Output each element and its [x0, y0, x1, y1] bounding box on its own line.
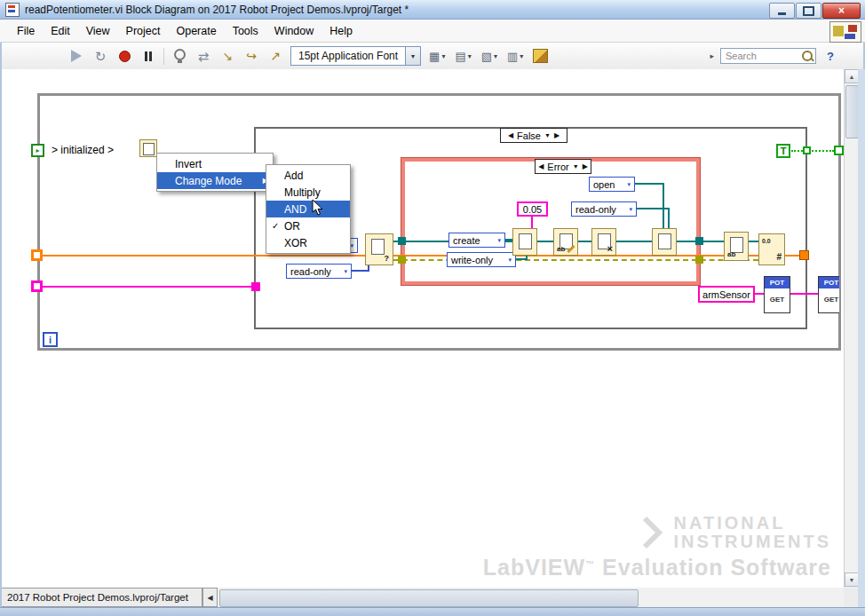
menu-item-and[interactable]: AND: [266, 201, 350, 217]
error-tunnel-left[interactable]: [398, 256, 406, 264]
enum-read-only-left[interactable]: read-only▾: [286, 264, 352, 279]
orange-numeric-wire[interactable]: [43, 255, 799, 257]
case-dropdown-icon[interactable]: ▼: [544, 132, 551, 138]
block-diagram-canvas[interactable]: NATIONAL INSTRUMENTS LabVIEW™ Evaluation…: [2, 69, 844, 588]
menu-item-invert[interactable]: Invert: [157, 155, 273, 172]
vertical-scrollbar[interactable]: ▲ ▼: [844, 69, 858, 588]
pink-wire-sensor-to-pot[interactable]: [755, 293, 764, 295]
menu-item-change-mode[interactable]: Change Mode ▶: [157, 172, 273, 189]
step-out-button[interactable]: ↗: [266, 47, 284, 65]
case-prev-icon[interactable]: ◀: [508, 131, 513, 139]
font-selector[interactable]: 15pt Application Font ▾: [290, 46, 421, 66]
dropdown-icon[interactable]: ▾: [344, 268, 347, 275]
scroll-down-button[interactable]: ▼: [845, 573, 859, 587]
create-enum-wire[interactable]: [505, 239, 512, 241]
resize-objects-dropdown[interactable]: ▧ ▾: [480, 51, 499, 62]
scroll-up-button[interactable]: ▲: [845, 69, 859, 83]
readonly-enum-wire-v[interactable]: [668, 208, 670, 228]
read-text-file-node[interactable]: ab: [724, 232, 749, 261]
menu-help[interactable]: Help: [321, 20, 361, 42]
close-file-node[interactable]: ×: [591, 228, 616, 256]
menu-window[interactable]: Window: [266, 20, 321, 42]
menu-view[interactable]: View: [78, 20, 118, 42]
step-into-button[interactable]: ↘: [218, 47, 236, 65]
menu-operate[interactable]: Operate: [168, 20, 224, 42]
error-tunnel-right[interactable]: [695, 256, 703, 264]
dropdown-icon[interactable]: ▾: [629, 206, 632, 213]
reorder-dropdown[interactable]: ▥ ▾: [505, 51, 525, 62]
run-button[interactable]: [67, 47, 85, 65]
dropdown-icon[interactable]: ▾: [497, 237, 501, 244]
dropdown-icon[interactable]: ▾: [627, 181, 631, 188]
menu-item-xor[interactable]: XOR: [266, 234, 350, 251]
menu-tools[interactable]: Tools: [225, 20, 266, 42]
case-selector-value[interactable]: Error: [547, 162, 568, 172]
refnum-wire-c[interactable]: [578, 241, 591, 242]
orange-tunnel-case[interactable]: [799, 250, 809, 260]
pink-tunnel-case[interactable]: [251, 282, 260, 291]
maximize-button[interactable]: [796, 3, 821, 19]
readonly-enum-wire-h[interactable]: [637, 208, 670, 209]
true-constant[interactable]: T: [776, 144, 790, 158]
menu-item-or[interactable]: ✓ OR: [266, 217, 350, 234]
pot-subvi[interactable]: POT GET: [764, 276, 790, 313]
open-enum-wire-h[interactable]: [635, 183, 664, 185]
highlight-execution-button[interactable]: [171, 47, 188, 65]
retain-wire-values-button[interactable]: ⇄: [194, 47, 212, 65]
case-selector-outer[interactable]: ◀ False ▼ ▶: [500, 128, 567, 143]
enum-write-only[interactable]: write-only▾: [447, 252, 516, 267]
menu-file[interactable]: File: [9, 20, 43, 42]
enum-open[interactable]: open▾: [589, 177, 635, 192]
case-next-icon[interactable]: ▶: [554, 131, 559, 139]
boolean-wire-dotted[interactable]: [791, 150, 834, 152]
minimize-button[interactable]: [769, 3, 795, 19]
file-function-node[interactable]: [652, 228, 677, 256]
shift-register-tunnel[interactable]: ▸: [31, 144, 44, 157]
pink-tunnel-left[interactable]: [31, 280, 43, 292]
horizontal-scroll-thumb[interactable]: [219, 589, 639, 607]
timeout-wire[interactable]: [531, 217, 533, 228]
case-prev-icon[interactable]: ◀: [538, 162, 544, 170]
cleanup-diagram-button[interactable]: [531, 47, 549, 65]
enum-constant-icon[interactable]: [139, 139, 157, 157]
writeonly-enum-wire-v[interactable]: [526, 256, 528, 260]
number-to-string-node[interactable]: 0.0 #: [758, 233, 785, 265]
distribute-objects-dropdown[interactable]: ▤ ▾: [453, 51, 472, 62]
abort-button[interactable]: [115, 47, 133, 65]
horizontal-scrollbar[interactable]: [218, 588, 844, 607]
font-selector-arrow[interactable]: ▾: [405, 47, 420, 65]
vertical-scroll-thumb[interactable]: [845, 85, 859, 138]
menu-project[interactable]: Project: [118, 20, 169, 42]
access-enum-wire-v[interactable]: [368, 265, 369, 272]
green-tunnel-case[interactable]: [803, 146, 811, 154]
case-selector-error[interactable]: ◀ Error ▼ ▶: [535, 159, 591, 174]
align-objects-dropdown[interactable]: ▦ ▾: [427, 51, 447, 62]
loop-iteration-terminal[interactable]: i: [43, 332, 58, 347]
pause-button[interactable]: [139, 47, 157, 65]
case-selector-value[interactable]: False: [517, 130, 541, 141]
menu-item-add[interactable]: Add: [266, 167, 350, 184]
step-over-button[interactable]: ↪: [242, 47, 260, 65]
run-continuous-button[interactable]: ↻: [91, 47, 109, 65]
dropdown-icon[interactable]: ▾: [508, 257, 512, 264]
menu-item-multiply[interactable]: Multiply: [266, 184, 350, 201]
refnum-wire-f[interactable]: [749, 241, 758, 242]
case-next-icon[interactable]: ▶: [583, 162, 588, 170]
string-constant-armsensor[interactable]: armSensor: [698, 286, 755, 303]
search-icon[interactable]: [802, 51, 813, 61]
pot-subvi-clipped[interactable]: POT GET: [818, 276, 839, 313]
close-button[interactable]: ×: [822, 3, 861, 19]
enum-create[interactable]: create▾: [448, 233, 505, 248]
refnum-wire-b[interactable]: [537, 241, 553, 242]
teal-tunnel-error-left[interactable]: [398, 237, 406, 245]
teal-tunnel-error-right[interactable]: [695, 237, 703, 245]
pink-wire-pot-to-pot[interactable]: [790, 293, 818, 295]
refnum-wire-d[interactable]: [616, 241, 652, 242]
titlebar[interactable]: readPotentiometer.vi Block Diagram on 20…: [0, 0, 865, 20]
project-target-tab[interactable]: 2017 Robot Project Demos.lvproj/Target: [0, 588, 202, 607]
access-enum-wire-h[interactable]: [352, 270, 369, 272]
scroll-left-button[interactable]: ◀: [202, 588, 218, 607]
orange-tunnel-left[interactable]: [31, 249, 43, 261]
write-text-file-node[interactable]: ab: [553, 228, 578, 256]
open-file-node[interactable]: [512, 228, 537, 256]
